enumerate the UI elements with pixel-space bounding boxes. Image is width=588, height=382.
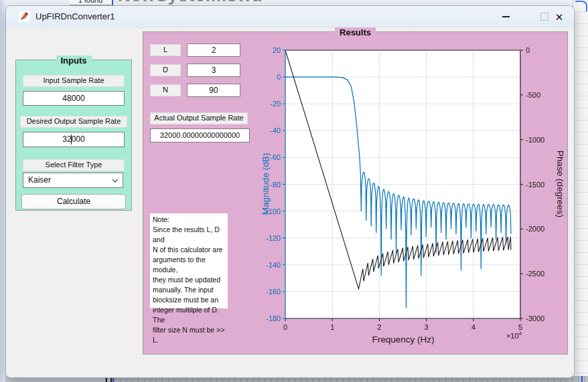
left-y-axis-label: Magnitude (dB): [261, 117, 273, 251]
left-tick-label: -20: [240, 99, 281, 108]
results-panel: Results L2D3N90 Actual Output Sample Rat…: [143, 31, 568, 355]
note-line: N of this calculator are: [153, 245, 228, 255]
background-app-top-strip: 1 found NewSystem.swd: [0, 0, 588, 5]
background-window-corner: [575, 1, 587, 11]
background-tab: 1 found: [70, 0, 111, 5]
background-document-title: NewSystem.swd: [118, 0, 263, 5]
background-playhead-marker-right: [581, 376, 583, 382]
window-titlebar[interactable]: UpFIRDnConverter1 ✕: [6, 6, 574, 28]
param-label-L: L: [150, 44, 181, 56]
note-box: Note:Since the results L, D andN of this…: [150, 213, 228, 308]
filter-type-dropdown[interactable]: Kaiser: [23, 173, 123, 188]
right-y-axis-label: Phase (degrees): [553, 117, 565, 251]
desired-output-rate-field[interactable]: 32000: [23, 132, 125, 147]
left-tick-label: -160: [240, 287, 281, 296]
x-tick-label: 1: [319, 322, 346, 332]
x-axis-label: Frequency (Hz): [336, 335, 470, 345]
param-label-D: D: [150, 64, 181, 76]
inputs-panel-title: Inputs: [16, 54, 131, 66]
results-panel-title: Results: [143, 26, 567, 38]
input-sample-rate-field[interactable]: 48000: [23, 91, 125, 106]
param-value-D[interactable]: 3: [187, 64, 240, 77]
left-tick-label: -180: [240, 314, 281, 323]
right-tick-label: -2500: [526, 269, 566, 278]
param-value-L[interactable]: 2: [187, 43, 240, 57]
param-value-N[interactable]: 90: [187, 84, 240, 97]
right-tick-label: -500: [526, 90, 566, 100]
param-label-N: N: [150, 84, 181, 96]
x-tick-label: 3: [413, 322, 440, 332]
close-button[interactable]: ✕: [547, 6, 571, 27]
note-line: they must be updated: [153, 275, 228, 285]
background-app-right-strip: [573, 0, 588, 382]
x-axis-exponent: ×104: [482, 330, 522, 340]
background-divider: [112, 0, 113, 5]
calculate-button[interactable]: Calculate: [21, 194, 126, 209]
desired-output-rate-value: 32000: [62, 134, 84, 144]
note-line: integer multilple of D. The: [153, 305, 228, 325]
right-tick-label: 0: [526, 45, 566, 55]
x-tick-label: 0: [272, 322, 299, 332]
input-sample-rate-label: Input Sample Rate: [23, 75, 125, 87]
actual-output-rate-label: Actual Output Sample Rate: [150, 112, 248, 124]
right-tick-label: -3000: [526, 314, 566, 323]
actual-output-rate-field[interactable]: 32000.00000000000000: [150, 128, 250, 142]
background-app-left-strip: [0, 0, 5, 382]
frequency-response-plot: [279, 47, 527, 325]
note-line: Note:: [153, 215, 228, 225]
left-tick-label: 0: [240, 72, 281, 82]
note-line: filter size N must be >> L.: [153, 325, 228, 345]
note-line: arguments to the module,: [153, 255, 228, 275]
filter-type-label: Select Filter Type: [23, 159, 125, 171]
minimize-button[interactable]: [494, 6, 518, 27]
matlab-icon: [19, 11, 30, 21]
text-caret: [71, 134, 72, 145]
inputs-panel: Inputs Input Sample Rate 48000 Desired O…: [15, 60, 132, 211]
minimize-icon: [502, 16, 510, 17]
note-line: Since the results L, D and: [153, 225, 228, 245]
upfirdn-converter-window: UpFIRDnConverter1 ✕ Inputs Input Sample …: [5, 5, 575, 378]
left-tick-label: -140: [240, 260, 281, 270]
screenshot-root: 1 found NewSystem.swd UpFIRDnConverter1 …: [0, 0, 588, 382]
filter-type-value: Kaiser: [28, 175, 51, 185]
close-icon: ✕: [555, 12, 564, 22]
left-tick-label: 20: [240, 45, 281, 55]
window-title: UpFIRDnConverter1: [35, 11, 115, 21]
note-line: blocksize must be an: [153, 295, 228, 305]
desired-output-rate-label: Desired Output Sample Rate: [20, 116, 127, 128]
chevron-down-icon: [112, 179, 119, 183]
x-tick-label: 2: [366, 322, 392, 332]
note-line: manually. The input: [153, 285, 228, 295]
